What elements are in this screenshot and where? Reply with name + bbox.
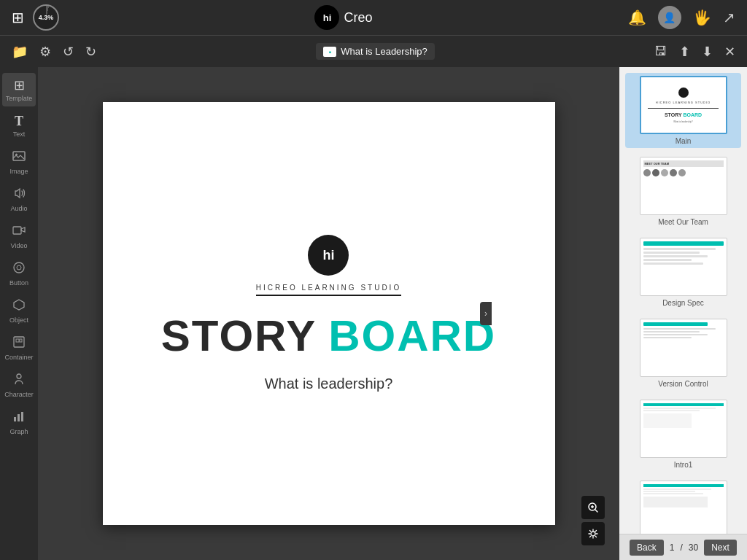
button-icon <box>12 261 26 278</box>
sidebar-item-container[interactable]: Container <box>2 331 36 365</box>
thumb-version-line-1 <box>643 328 716 330</box>
thumb-divider <box>648 108 719 109</box>
sidebar-item-object[interactable]: Object <box>2 294 36 328</box>
sidebar-item-video[interactable]: Video <box>2 219 36 254</box>
left-sidebar: ⊞ Template T Text Image <box>0 67 38 560</box>
video-icon <box>12 224 26 241</box>
slide-thumb-version-control[interactable]: Version Control <box>625 316 741 391</box>
image-icon <box>12 149 26 166</box>
title-word1: STORY <box>161 311 317 361</box>
thumb-company: HICREO LEARNING STUDIO <box>656 101 711 104</box>
bell-icon[interactable]: 🔔 <box>628 9 646 26</box>
brand-name: Creo <box>344 10 372 26</box>
undo-icon[interactable]: ↺ <box>60 41 77 63</box>
upload-icon[interactable]: ⬆ <box>676 41 693 63</box>
sidebar-item-text[interactable]: T Text <box>2 109 36 142</box>
thumb-avatar-2 <box>652 169 659 176</box>
toolbar-right: 🖫 ⬆ ⬇ ✕ <box>651 41 738 63</box>
save-icon[interactable]: 🖫 <box>651 41 670 62</box>
thumb-version-line-4 <box>643 337 692 338</box>
thumb-design-bar <box>643 241 724 246</box>
thumb-avatar-5 <box>678 169 686 176</box>
zoom-controls <box>581 496 605 545</box>
sidebar-item-audio[interactable]: Audio <box>2 182 36 217</box>
company-name: HICREO LEARNING STUDIO <box>256 284 401 292</box>
settings-icon[interactable]: ⚙ <box>36 41 54 63</box>
character-label: Character <box>4 391 34 398</box>
slide-subtitle: What is leadership? <box>265 376 393 392</box>
thumb-avatar-4 <box>670 169 677 176</box>
avatar[interactable]: 👤 <box>658 6 681 29</box>
panel-footer: Back 1 / 30 Next <box>619 534 747 560</box>
slide-label-version: Version Control <box>658 380 708 388</box>
slide-thumb-img-main: HICREO LEARNING STUDIO STORY BOARD What … <box>640 76 727 134</box>
page-current: 1 <box>670 542 675 553</box>
object-label: Object <box>9 316 28 324</box>
slide-thumb-design-spec[interactable]: Design Spec <box>625 235 741 310</box>
thumb-avatar-3 <box>661 169 668 176</box>
thumb-intro2-line-2 <box>643 491 696 492</box>
zoom-settings-button[interactable] <box>581 522 605 545</box>
thumb-intro2-line-1 <box>643 489 712 490</box>
slide-list: HICREO LEARNING STUDIO STORY BOARD What … <box>619 67 747 534</box>
progress-value: 4.3% <box>39 14 54 21</box>
thumb-version-line-3 <box>643 334 708 335</box>
container-label: Container <box>4 354 33 361</box>
canvas-area: hi HICREO LEARNING STUDIO STORY BOARD Wh… <box>38 67 619 560</box>
collapse-panel-button[interactable]: › <box>480 302 492 325</box>
sidebar-item-character[interactable]: Character <box>2 368 36 402</box>
image-label: Image <box>9 168 28 175</box>
zoom-in-button[interactable] <box>581 496 605 519</box>
slide-thumb-img-design <box>640 238 727 296</box>
thumb-intro2-block <box>643 497 708 508</box>
slide-thumb-intro2[interactable]: Intro2 <box>625 478 741 534</box>
back-button[interactable]: Back <box>630 540 664 556</box>
progress-circle: 4.3% <box>33 4 59 31</box>
slide-thumb-main[interactable]: HICREO LEARNING STUDIO STORY BOARD What … <box>625 73 741 148</box>
top-bar-left: ⊞ 4.3% <box>12 4 59 31</box>
svg-rect-11 <box>18 414 20 421</box>
sidebar-item-template[interactable]: ⊞ Template <box>2 73 36 106</box>
audio-label: Audio <box>10 205 27 212</box>
thumb-intro1-line-1 <box>643 408 716 409</box>
template-icon: ⊞ <box>14 77 25 93</box>
thumb-version-bar <box>643 322 708 326</box>
right-panel: HICREO LEARNING STUDIO STORY BOARD What … <box>619 67 747 560</box>
story-board-text: STORY BOARD <box>161 311 496 361</box>
next-button[interactable]: Next <box>704 540 737 556</box>
slide-thumb-meet-our-team[interactable]: MEET OUR TEAM Meet Our Team <box>625 154 741 229</box>
svg-rect-2 <box>13 227 21 234</box>
svg-rect-10 <box>14 417 16 421</box>
slide-thumb-intro1[interactable]: Intro1 <box>625 397 741 472</box>
button-label: Button <box>9 279 28 287</box>
document-tab[interactable]: ■ What is Leadership? <box>316 43 435 60</box>
slide-thumb-img-meet: MEET OUR TEAM <box>640 157 727 215</box>
sidebar-item-button[interactable]: Button <box>2 257 36 291</box>
sidebar-item-graph[interactable]: Graph <box>2 405 36 440</box>
slide-label-meet: Meet Our Team <box>658 218 708 226</box>
main-area: ⊞ Template T Text Image <box>0 67 747 560</box>
export-icon[interactable]: ↗ <box>723 9 735 26</box>
sidebar-item-image[interactable]: Image <box>2 145 36 179</box>
grid-icon[interactable]: ⊞ <box>12 9 24 26</box>
page-total: 30 <box>689 542 698 553</box>
thumb-avatar-1 <box>643 169 651 176</box>
thumb-subtitle: What is leadership? <box>673 120 692 123</box>
logo-area: hi HICREO LEARNING STUDIO <box>256 235 401 296</box>
redo-icon[interactable]: ↻ <box>82 41 99 63</box>
download-icon[interactable]: ⬇ <box>699 41 716 63</box>
top-bar-right: 🔔 👤 🖐 ↗ <box>628 6 735 29</box>
slide-label-intro1: Intro1 <box>674 461 693 469</box>
page-separator: / <box>680 542 682 553</box>
object-icon <box>12 298 26 315</box>
folder-icon[interactable]: 📁 <box>9 41 31 63</box>
close-icon[interactable]: ✕ <box>721 41 738 63</box>
thumb-logo <box>678 88 689 98</box>
graph-label: Graph <box>9 428 28 435</box>
thumb-design-line-1 <box>643 248 716 250</box>
thumb-design-line-3 <box>643 255 708 257</box>
hi-badge: hi <box>314 5 339 30</box>
share-icon[interactable]: 🖐 <box>693 9 711 26</box>
thumb-intro2-bar <box>643 484 724 487</box>
svg-point-4 <box>17 265 21 270</box>
